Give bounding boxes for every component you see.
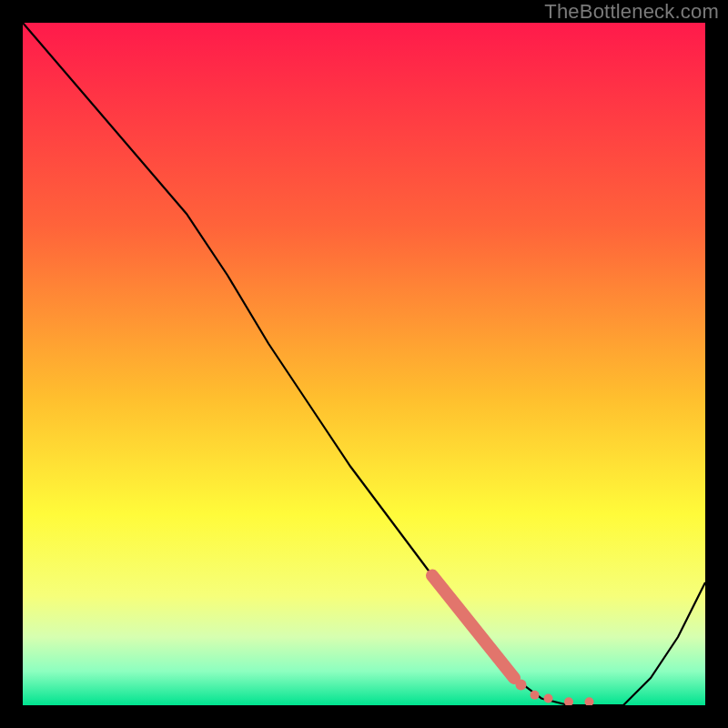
highlight-dot bbox=[516, 680, 527, 691]
attribution-label: TheBottleneck.com bbox=[544, 0, 719, 24]
highlight-dot bbox=[531, 691, 540, 700]
bottleneck-chart bbox=[23, 23, 705, 705]
highlight-dot bbox=[544, 694, 553, 703]
chart-frame: TheBottleneck.com bbox=[0, 0, 728, 728]
plot-area bbox=[23, 23, 705, 705]
gradient-background bbox=[23, 23, 705, 705]
